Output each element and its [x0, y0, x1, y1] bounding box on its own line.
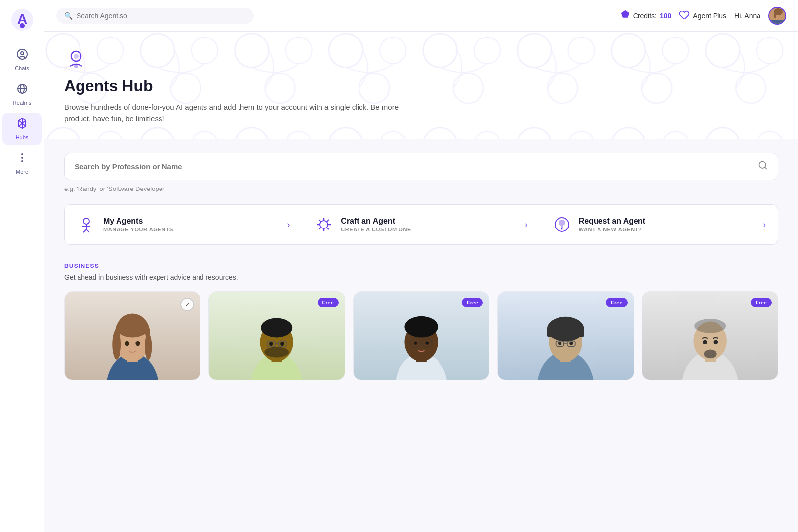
- svg-point-76: [425, 342, 429, 345]
- agent-free-badge-2: Free: [318, 298, 339, 307]
- svg-line-35: [86, 229, 89, 232]
- svg-point-92: [703, 340, 707, 344]
- svg-point-86: [569, 342, 573, 345]
- hubs-icon: [16, 117, 28, 132]
- hero-description: Browse hundreds of done-for-you AI agent…: [64, 101, 410, 125]
- search-hint: e.g. 'Randy' or 'Software Developer': [64, 185, 778, 192]
- my-agents-title: My Agents: [103, 217, 280, 226]
- sidebar-item-hubs[interactable]: Hubs: [2, 113, 42, 145]
- agents-hub-icon: [64, 47, 88, 71]
- chats-label: Chats: [15, 65, 29, 71]
- svg-point-93: [713, 340, 718, 344]
- svg-line-42: [327, 228, 329, 229]
- svg-point-14: [22, 161, 23, 162]
- hub-search-input[interactable]: [75, 162, 752, 171]
- agent-plus-icon: [679, 10, 690, 21]
- agent-card-4[interactable]: Free: [497, 291, 634, 380]
- main-content: e.g. 'Randy' or 'Software Developer': [44, 139, 798, 394]
- realms-label: Realms: [13, 100, 31, 106]
- business-label: BUSINESS: [64, 263, 778, 269]
- request-agent-chevron: ›: [763, 220, 766, 230]
- chats-icon: [16, 48, 28, 63]
- svg-rect-19: [770, 20, 786, 25]
- svg-point-61: [261, 318, 293, 337]
- hi-label: Hi, Anna: [734, 12, 760, 20]
- svg-point-31: [83, 218, 89, 224]
- request-agent-subtitle: WANT A NEW AGENT?: [579, 227, 756, 232]
- request-agent-title: Request an Agent: [579, 217, 756, 226]
- svg-rect-21: [774, 12, 776, 18]
- svg-line-44: [319, 228, 321, 229]
- agent-free-badge-3: Free: [462, 298, 483, 307]
- more-icon: [16, 152, 28, 167]
- search-input[interactable]: [77, 12, 246, 20]
- agent-card-1[interactable]: ✓: [64, 291, 200, 380]
- svg-point-91: [704, 349, 716, 358]
- svg-point-85: [558, 342, 561, 345]
- credits-value: 100: [660, 12, 671, 20]
- hubs-label: Hubs: [16, 134, 29, 140]
- svg-point-54: [112, 329, 121, 360]
- svg-point-12: [22, 157, 23, 158]
- svg-point-28: [74, 64, 78, 68]
- sidebar-item-realms[interactable]: Realms: [2, 78, 42, 111]
- main-container: 🔍 Credits: 100 Agent Plus Hi, Anna: [44, 0, 798, 532]
- action-cards: My Agents MANAGE YOUR AGENTS ›: [64, 204, 778, 245]
- svg-line-41: [319, 220, 321, 222]
- svg-point-36: [320, 221, 328, 228]
- svg-point-56: [125, 341, 129, 346]
- agent-free-badge-5: Free: [751, 298, 772, 307]
- svg-point-66: [269, 342, 273, 346]
- craft-agent-title: Craft an Agent: [341, 217, 518, 226]
- more-label: More: [16, 169, 28, 175]
- craft-agent-icon: [314, 215, 334, 234]
- hub-search-bar[interactable]: [64, 153, 778, 180]
- hero-section: Agents Hub Browse hundreds of done-for-y…: [44, 32, 798, 139]
- svg-point-27: [74, 54, 79, 59]
- header: 🔍 Credits: 100 Agent Plus Hi, Anna: [44, 0, 798, 32]
- svg-line-30: [765, 167, 767, 169]
- sidebar-item-chats[interactable]: Chats: [2, 43, 42, 76]
- my-agents-icon: [77, 215, 96, 234]
- svg-point-71: [404, 316, 438, 338]
- my-agents-card[interactable]: My Agents MANAGE YOUR AGENTS ›: [65, 205, 302, 244]
- svg-line-43: [327, 220, 329, 222]
- svg-rect-81: [547, 329, 584, 337]
- craft-agent-chevron: ›: [525, 220, 528, 230]
- agent-card-2[interactable]: Free: [208, 291, 345, 380]
- search-icon: 🔍: [64, 12, 73, 20]
- credits-badge: Credits: 100: [620, 9, 672, 22]
- agent-card-3[interactable]: Free: [353, 291, 489, 380]
- svg-point-4: [21, 52, 24, 55]
- sidebar: A Chats Realms: [0, 0, 44, 532]
- credits-label: Credits:: [633, 12, 657, 20]
- svg-point-2: [20, 23, 25, 28]
- logo[interactable]: A: [8, 6, 36, 34]
- request-agent-card[interactable]: Request an Agent WANT A NEW AGENT? ›: [540, 205, 778, 244]
- content-area: Agents Hub Browse hundreds of done-for-y…: [44, 32, 798, 532]
- svg-point-55: [145, 334, 152, 360]
- svg-point-67: [281, 342, 284, 346]
- global-search-bar[interactable]: 🔍: [56, 8, 254, 24]
- my-agents-chevron: ›: [287, 220, 290, 230]
- svg-line-34: [83, 229, 86, 232]
- svg-point-90: [694, 319, 726, 333]
- page-title: Agents Hub: [64, 77, 778, 95]
- agent-card-5[interactable]: Free: [642, 291, 778, 380]
- diamond-icon: [620, 9, 630, 22]
- request-agent-icon: [552, 215, 572, 234]
- svg-point-13: [22, 154, 23, 155]
- svg-marker-15: [621, 10, 629, 18]
- avatar[interactable]: [768, 7, 786, 25]
- svg-point-53: [117, 318, 148, 337]
- business-description: Get ahead in business with expert advice…: [64, 273, 778, 281]
- craft-agent-subtitle: CREATE A CUSTOM ONE: [341, 227, 518, 232]
- header-right: Credits: 100 Agent Plus Hi, Anna: [620, 7, 786, 25]
- agent-free-badge-4: Free: [606, 298, 627, 307]
- sidebar-item-more[interactable]: More: [2, 147, 42, 180]
- svg-point-46: [561, 228, 562, 230]
- realms-icon: [16, 83, 28, 98]
- agent-plus-badge[interactable]: Agent Plus: [679, 10, 726, 21]
- craft-agent-card[interactable]: Craft an Agent CREATE A CUSTOM ONE ›: [302, 205, 540, 244]
- svg-point-75: [414, 342, 417, 345]
